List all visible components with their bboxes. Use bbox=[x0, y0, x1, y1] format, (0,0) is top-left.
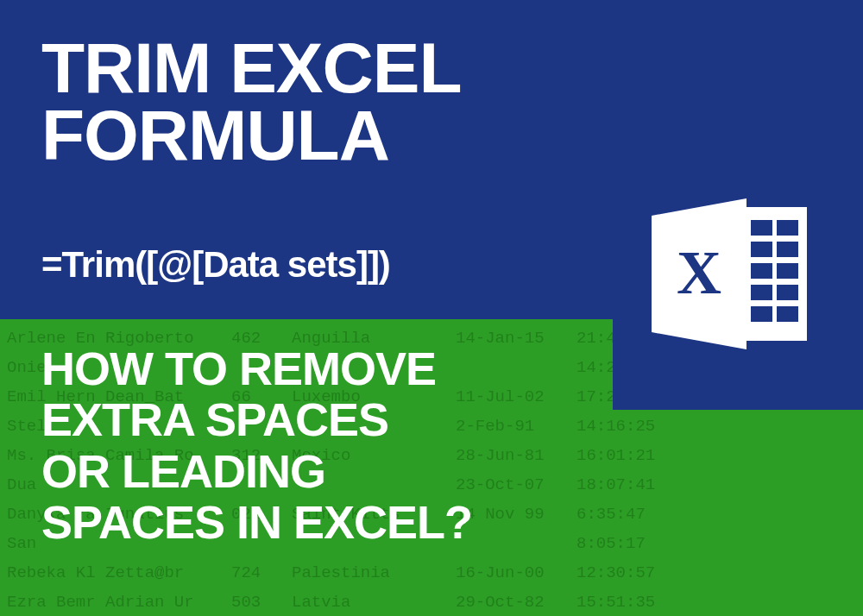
svg-rect-2 bbox=[751, 242, 772, 257]
svg-rect-1 bbox=[777, 220, 798, 236]
promo-image-container: TRIM EXCEL FORMULA =Trim([@[Data sets]])… bbox=[0, 0, 863, 616]
main-title: TRIM EXCEL FORMULA bbox=[41, 35, 462, 169]
svg-rect-7 bbox=[777, 285, 798, 300]
svg-rect-5 bbox=[777, 263, 798, 279]
title-line-1: TRIM EXCEL bbox=[41, 35, 462, 102]
subtitle-line-2: EXTRA SPACES bbox=[41, 394, 472, 445]
svg-rect-4 bbox=[751, 263, 772, 279]
svg-rect-9 bbox=[777, 306, 798, 322]
title-line-2: FORMULA bbox=[41, 102, 462, 169]
excel-icon: X bbox=[643, 194, 816, 354]
subtitle-line-3: OR LEADING bbox=[41, 446, 472, 497]
svg-rect-0 bbox=[751, 220, 772, 236]
subtitle: HOW TO REMOVE EXTRA SPACES OR LEADING SP… bbox=[41, 343, 472, 549]
table-row: Rebeka Kl Zetta@br 724 Palestinia 16-Jun… bbox=[7, 558, 856, 588]
formula-text: =Trim([@[Data sets]]) bbox=[41, 244, 390, 286]
svg-rect-6 bbox=[751, 285, 772, 300]
svg-rect-8 bbox=[751, 306, 772, 322]
subtitle-line-1: HOW TO REMOVE bbox=[41, 343, 472, 394]
svg-rect-3 bbox=[777, 242, 798, 257]
svg-text:X: X bbox=[677, 238, 721, 307]
table-row: Ezra Bemr Adrian Ur 503 Latvia 29-Oct-82… bbox=[7, 588, 856, 616]
subtitle-line-4: SPACES IN EXCEL? bbox=[41, 497, 472, 548]
